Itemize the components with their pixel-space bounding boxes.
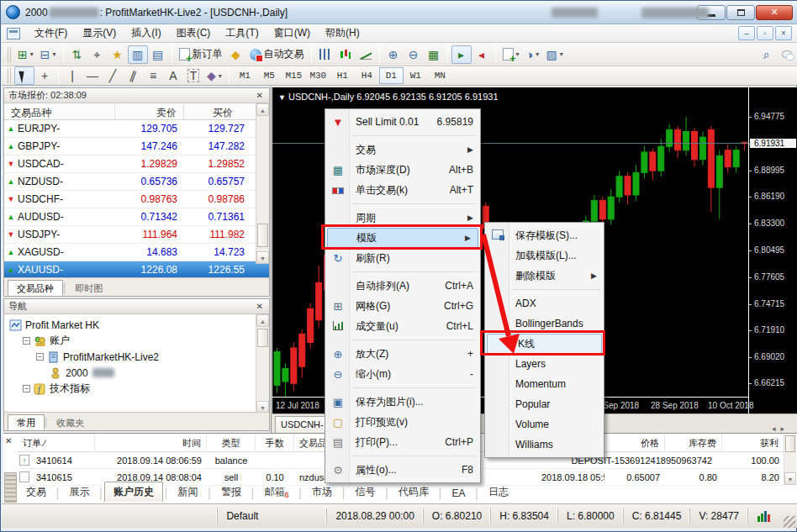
chart-tab-scroll-arrows[interactable]: ◂▸ [772,424,797,433]
context-menu-item-21[interactable]: ⚙属性(o)...F8 [325,460,480,480]
market-watch-row[interactable]: ▼USDCHF-0.987630.98786 [4,191,269,208]
timeframe-M30[interactable]: M30 [306,67,330,84]
close-icon[interactable]: ✕ [255,302,265,311]
terminal-tab-0[interactable]: 交易 [18,482,55,502]
vertical-line-button[interactable]: | [62,66,82,85]
tree-node-4[interactable]: −f技术指标 [4,381,269,397]
menu-2[interactable]: 插入(I) [124,24,168,41]
timeframe-H1[interactable]: H1 [330,67,355,84]
market-watch-toggle[interactable]: ▥ [128,45,148,64]
market-watch-row[interactable]: ▲EURJPY-129.705129.727 [4,120,269,138]
toolbar-grip[interactable] [8,47,12,62]
text-label-button[interactable]: T [183,66,203,85]
market-watch-row[interactable]: ▼USDCAD-1.298291.29852 [4,155,269,173]
terminal-tab-10[interactable]: 日志 [480,482,517,502]
data-window-button[interactable]: ▤ [148,45,168,64]
docked-panel-tab[interactable] [4,472,17,503]
close-button[interactable]: ✕ [756,5,793,20]
market-watch-row[interactable]: ▲GBPJPY-147.246147.282 [4,138,269,155]
terminal-column-10[interactable]: 库存费 [665,434,722,450]
templates-button[interactable]: ▨▾ [543,45,567,64]
indicators-button[interactable]: ▾ [499,45,523,64]
terminal-scrollbar[interactable]: ▼ [784,435,796,485]
terminal-tab-2[interactable]: 账户历史 [104,482,163,502]
template-submenu-item-9[interactable]: Popular [485,394,604,414]
market-watch-row[interactable]: ▲AUDUSD-0.713420.71361 [4,208,269,226]
crosshair-target-button[interactable]: ⌖ [87,45,108,64]
menu-6[interactable]: 帮助(H) [318,24,367,41]
timeframe-W1[interactable]: W1 [404,67,428,84]
tree-expand-icon[interactable]: − [23,385,30,392]
periods-button[interactable]: ◑▾ [523,45,543,64]
template-submenu-item-0[interactable]: 保存模板(S)... [485,225,604,245]
market-watch-row[interactable]: ▲XAGUSD-14.68314.723 [4,244,269,261]
context-menu-item-10[interactable]: 自动排列(A)Ctrl+A [325,276,480,296]
terminal-column-11[interactable]: 获利 [722,434,784,450]
text-button[interactable]: A [163,66,183,85]
new-chart-button[interactable]: ⊞▾ [14,45,37,64]
menu-5[interactable]: 窗口(W) [267,24,318,41]
fibonacci-button[interactable]: ≡ [143,66,163,85]
terminal-column-0[interactable]: 订单 ∕ [18,434,95,450]
context-menu-item-8[interactable]: ↻刷新(R) [325,248,480,268]
line-chart-button[interactable] [356,45,376,64]
timeframe-M1[interactable]: M1 [233,67,257,84]
context-menu-item-11[interactable]: ⊞网格(G)Ctrl+G [325,296,480,316]
close-icon[interactable]: ✕ [255,91,265,100]
terminal-tab-7[interactable]: 信号 [347,482,384,502]
tree-node-2[interactable]: −ProfitMarketHK-Live2 [4,349,269,365]
terminal-tab-5[interactable]: 邮箱6 [256,482,298,502]
tick-chart-button[interactable]: ⇅ [67,45,87,64]
menu-0[interactable]: 文件(F) [27,24,75,41]
template-submenu-item-7[interactable]: Layers [485,354,604,374]
tile-windows-button[interactable]: ▦ [424,45,444,64]
resize-grip[interactable] [784,516,795,528]
timeframe-D1[interactable]: D1 [379,67,404,84]
context-menu-item-17[interactable]: ▣保存为图片(i)... [325,392,480,412]
tree-node-0[interactable]: Profit Market HK [4,317,269,333]
terminal-column-2[interactable]: 类型 [207,434,256,450]
autotrading-button[interactable]: 自动交易 [246,45,308,64]
terminal-column-1[interactable]: 时间 [95,434,207,450]
market-watch-row[interactable]: ▲XAUUSD-1226.081226.55 [4,261,269,279]
template-submenu-item-2[interactable]: 删除模版▶ [485,266,604,286]
crosshair-button[interactable]: + [34,66,55,85]
auto-scroll-button[interactable]: ▸ [451,45,472,64]
news-button[interactable]: ◆ [226,45,246,64]
terminal-tab-3[interactable]: 新闻 [170,482,207,502]
timeframe-MN[interactable]: MN [428,67,452,84]
template-submenu-item-8[interactable]: Momentum [485,374,604,394]
child-restore-button[interactable]: ▫ [757,26,773,40]
market-watch-tab-1[interactable]: 即时图 [66,280,112,296]
chat-button[interactable] [777,45,797,64]
tree-node-3[interactable]: 2000 [4,365,269,381]
context-menu-item-4[interactable]: 单击交易(k)Alt+T [325,180,480,200]
profiles-button[interactable]: ⊟▾ [37,45,60,64]
navigator-tab-1[interactable]: 收藏夹 [47,414,93,430]
search-button[interactable]: ⌕ [757,45,777,64]
context-menu-item-3[interactable]: ▦市场深度(D)Alt+B [325,160,480,180]
cursor-button[interactable] [14,66,34,85]
close-icon[interactable]: ✕ [5,436,12,445]
terminal-tab-9[interactable]: EA [444,485,474,502]
bar-chart-button[interactable] [315,45,335,64]
context-menu-item-2[interactable]: 交易▶ [325,140,480,160]
timeframe-M15[interactable]: M15 [282,67,306,84]
zoom-out-button[interactable]: ⊖ [404,45,424,64]
trendline-button[interactable]: ╱ [103,66,123,85]
template-submenu-item-11[interactable]: Williams [485,435,604,455]
channel-button[interactable]: ∥ [123,66,143,85]
context-menu-item-14[interactable]: ⊕放大(Z)+ [325,344,480,364]
terminal-column-9[interactable]: 价格 [604,434,665,450]
market-watch-row[interactable]: ▼USDJPY-111.964111.982 [4,226,269,244]
child-minimize-button[interactable]: – [738,26,755,40]
profiles-folder-button[interactable]: ★ [108,45,128,64]
child-close-button[interactable]: × [775,26,792,40]
arrows-button[interactable]: ◆▾ [203,66,225,85]
horizontal-line-button[interactable]: — [82,66,103,85]
tree-node-1[interactable]: −账户 [4,333,269,349]
restore-button[interactable] [726,5,755,20]
timeframe-M5[interactable]: M5 [257,67,282,84]
market-watch-scrollbar[interactable]: ▲ ▼ [256,103,269,264]
context-menu-item-15[interactable]: ⊖缩小(m)- [325,364,480,384]
